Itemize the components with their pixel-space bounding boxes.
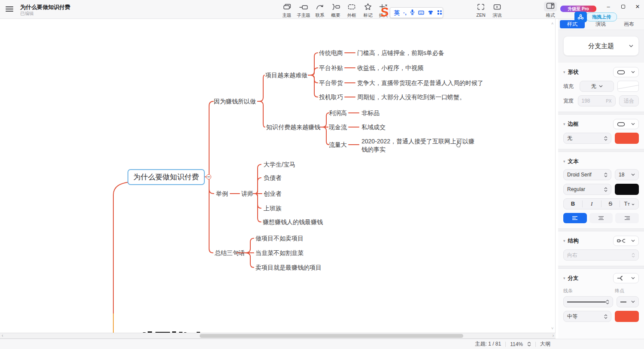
horizontal-scrollbar[interactable]: ‹ › — [0, 333, 556, 339]
collapse-toggle[interactable] — [206, 174, 211, 179]
width-input[interactable]: 198 PX — [578, 95, 616, 106]
ime-punctuation-toggle[interactable]: ·, — [403, 9, 407, 16]
scroll-right-arrow[interactable]: › — [553, 333, 554, 338]
topic-node[interactable]: 收益低，小程序，中视频 — [357, 64, 423, 72]
fill-dropdown[interactable]: 无 — [580, 81, 614, 92]
align-left-button[interactable] — [563, 213, 587, 223]
minimize-button[interactable]: – — [602, 2, 615, 12]
topic-node[interactable]: 项目越来越难做 — [265, 71, 307, 79]
fill-color-swatch[interactable] — [617, 81, 639, 92]
topic-node[interactable]: 做项目不如卖项目 — [255, 234, 304, 243]
netdisk-icon[interactable] — [574, 12, 587, 22]
topic-node[interactable]: 平台带货 — [319, 79, 343, 87]
line-weight-dropdown[interactable]: 中等 — [563, 311, 611, 322]
ime-language-toggle[interactable]: 英 — [394, 9, 400, 17]
maximize-button[interactable] — [617, 2, 629, 12]
divider — [505, 342, 506, 347]
topic-node[interactable]: 周期短，大部分人没有吃到第一口螃蟹。 — [357, 93, 465, 101]
toolbar-subtopic-button[interactable]: 子主题 — [295, 3, 312, 18]
topic-node[interactable]: 卖项目就是最赚钱的项目 — [255, 263, 322, 272]
topic-node[interactable]: 现金流 — [329, 123, 347, 131]
collapse-chevron-icon[interactable]: ▾ — [563, 122, 565, 126]
topic-node[interactable]: 平台补贴 — [319, 64, 343, 72]
border-width-dropdown[interactable]: 无 — [563, 133, 611, 144]
topic-node[interactable]: 私域成交 — [361, 123, 386, 131]
font-size-dropdown[interactable]: 18 — [615, 169, 639, 180]
direction-dropdown-disabled[interactable]: 向右 — [563, 249, 639, 261]
topic-node[interactable]: 竞争大，直播带货现在不是普通人入局的时候了 — [357, 79, 483, 87]
topic-node[interactable]: 大学生/宝马 — [264, 160, 295, 169]
collapse-chevron-icon[interactable]: ▾ — [563, 70, 565, 74]
topic-node[interactable]: 讲师 — [241, 189, 253, 198]
collapse-chevron-icon[interactable]: ▾ — [563, 239, 565, 243]
endpoint-dropdown[interactable] — [617, 296, 639, 307]
toolbar-format-button[interactable]: 格式 — [542, 3, 559, 18]
shape-section: ▾ 形状 填充 无 宽度 198 PX — [558, 63, 644, 112]
toolbar-summary-button[interactable]: 概要 — [327, 3, 344, 18]
topic-node[interactable]: 负债者 — [264, 173, 282, 182]
toolbar-present-button[interactable]: 演说 — [489, 3, 506, 18]
shape-style-dropdown[interactable] — [613, 67, 639, 77]
toolbar-relation-button[interactable]: 联系 — [311, 3, 328, 18]
sogou-ime-logo[interactable]: S — [380, 5, 389, 20]
topic-node[interactable]: 上班族 — [264, 204, 282, 212]
main-menu-button[interactable] — [6, 6, 13, 12]
topic-node[interactable]: 因为赚钱所以做 — [214, 97, 256, 106]
topic-node[interactable]: 当韭菜不如割韭菜 — [255, 249, 304, 257]
branch-shape-dropdown[interactable] — [613, 273, 639, 283]
topic-icon — [278, 3, 295, 11]
scroll-up-arrow[interactable]: ˄ — [551, 21, 553, 26]
scroll-left-arrow[interactable]: ‹ — [2, 333, 3, 338]
topic-node[interactable]: 总结三句话 — [215, 249, 245, 257]
zoom-level[interactable]: 114% — [510, 341, 523, 347]
central-topic[interactable]: 为什么要做知识付费 — [128, 169, 205, 185]
topic-node[interactable]: 知识付费越来越赚钱 — [266, 123, 320, 131]
topic-node[interactable]: 非标品 — [361, 109, 380, 117]
topic-node[interactable]: 投机取巧 — [319, 93, 343, 101]
topic-node[interactable]: 传统电商 — [319, 49, 343, 57]
keyboard-icon[interactable] — [418, 9, 424, 17]
toolbar-zen-button[interactable]: ZEN — [472, 3, 489, 18]
font-weight-dropdown[interactable]: Regular — [563, 184, 611, 195]
toolbar-topic-button[interactable]: 主题 — [278, 3, 295, 18]
strikethrough-button[interactable]: S — [601, 200, 620, 207]
topic-node[interactable]: 利润高 — [329, 109, 347, 117]
bold-button[interactable]: B — [564, 200, 583, 207]
topic-type-dropdown[interactable]: 分支主题 — [563, 36, 639, 56]
horizontal-scrollbar-thumb[interactable] — [200, 334, 463, 338]
border-style-dropdown[interactable] — [613, 119, 639, 129]
scroll-down-arrow[interactable]: ˅ — [551, 326, 553, 331]
microphone-icon[interactable] — [410, 9, 415, 17]
italic-button[interactable]: I — [583, 200, 601, 207]
upgrade-pro-button[interactable]: 升级至 Pro — [560, 6, 596, 12]
toolbar-marker-button[interactable]: 标记 — [359, 3, 377, 18]
document-title: 为什么要做知识付费 — [20, 3, 70, 11]
topic-node[interactable]: 举例 — [216, 189, 228, 198]
align-right-icon — [624, 216, 630, 220]
skin-shirt-icon[interactable] — [428, 9, 434, 17]
align-right-button[interactable] — [615, 213, 639, 223]
outline-toggle[interactable]: 大纲 — [540, 340, 550, 348]
line-style-dropdown[interactable] — [563, 296, 613, 307]
topic-node[interactable]: 流量大 — [329, 140, 347, 149]
font-color-swatch[interactable] — [615, 184, 639, 195]
topic-node[interactable]: 门槛高，店铺押金，前期s单必备 — [357, 49, 444, 57]
structure-type-dropdown[interactable] — [613, 236, 639, 246]
fit-button[interactable]: 适合 — [619, 95, 639, 106]
tab-speech[interactable]: 演说 — [586, 21, 615, 28]
branch-color-swatch[interactable] — [615, 311, 639, 322]
topic-node[interactable]: 创业者 — [264, 189, 282, 198]
toolbox-grid-icon[interactable] — [437, 9, 442, 17]
collapse-chevron-icon[interactable]: ▾ — [563, 159, 565, 164]
topic-node[interactable]: 赚想赚钱人的钱最赚钱 — [263, 218, 323, 226]
toolbar-boundary-button[interactable]: 外框 — [343, 3, 360, 18]
text-case-button[interactable]: TT — [620, 200, 638, 207]
zoom-stepper[interactable] — [527, 342, 531, 346]
tab-canvas[interactable]: 画布 — [615, 21, 643, 28]
close-button[interactable]: ✕ — [631, 2, 644, 12]
border-color-swatch[interactable] — [615, 133, 639, 144]
align-center-button[interactable] — [589, 213, 613, 223]
stepper-icon — [604, 314, 608, 319]
font-family-dropdown[interactable]: Droid Serif — [563, 169, 611, 180]
collapse-chevron-icon[interactable]: ▾ — [563, 276, 565, 280]
